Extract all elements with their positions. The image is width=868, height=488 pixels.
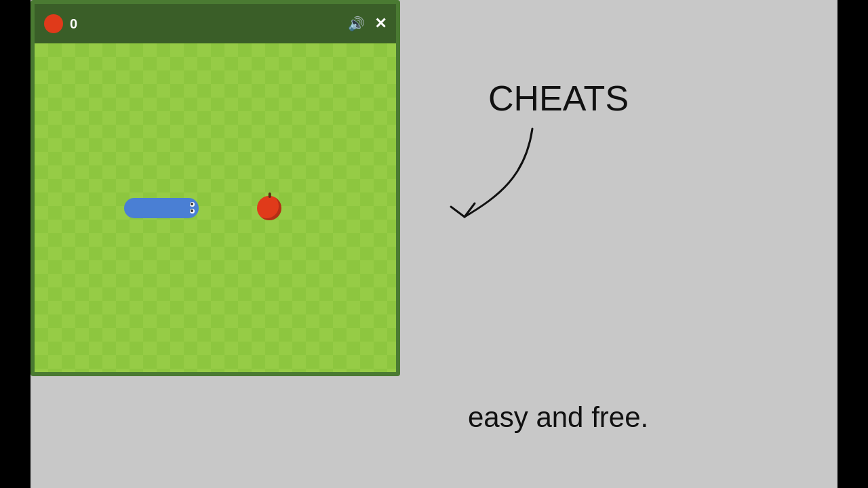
game-apple bbox=[257, 196, 281, 220]
game-board[interactable] bbox=[35, 43, 396, 372]
right-black-bar bbox=[837, 0, 868, 488]
apple-icon bbox=[44, 14, 63, 33]
snake-eyes bbox=[190, 202, 195, 214]
cheats-arrow bbox=[437, 122, 573, 244]
game-window: 0 🔊 ✕ bbox=[31, 0, 400, 376]
close-icon[interactable]: ✕ bbox=[374, 15, 387, 33]
checkerboard bbox=[35, 43, 396, 372]
score-display: 0 bbox=[70, 16, 77, 32]
annotation-area: CHEATS easy and free. bbox=[400, 0, 837, 488]
main-content: 0 🔊 ✕ CHEATS bbox=[31, 0, 837, 488]
snake-eye-bottom bbox=[190, 209, 195, 214]
snake-eye-top bbox=[190, 202, 195, 207]
title-bar-controls: 🔊 ✕ bbox=[348, 15, 387, 33]
cheats-label: CHEATS bbox=[488, 78, 629, 119]
sound-icon[interactable]: 🔊 bbox=[348, 16, 365, 32]
easy-free-label: easy and free. bbox=[468, 401, 648, 434]
left-black-bar bbox=[0, 0, 31, 488]
title-bar: 0 🔊 ✕ bbox=[35, 4, 396, 43]
snake-body bbox=[124, 198, 199, 218]
